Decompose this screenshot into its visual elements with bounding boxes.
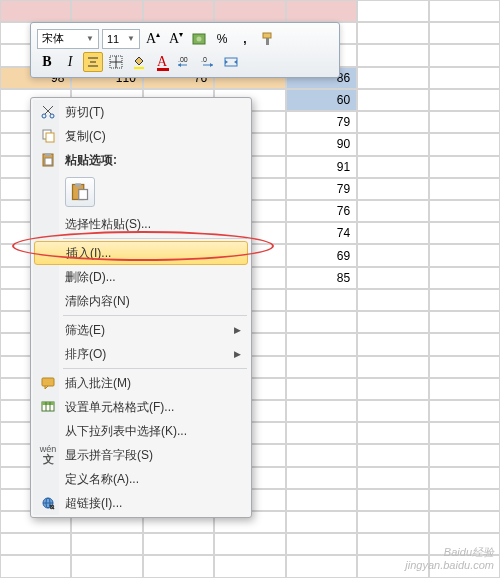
cell[interactable]: 79 <box>286 111 357 133</box>
menu-hyperlink[interactable]: 超链接(I)... <box>33 491 249 515</box>
pinyin-icon: wén文 <box>39 446 57 464</box>
svg-rect-26 <box>75 183 81 187</box>
svg-rect-30 <box>42 402 54 405</box>
comment-icon <box>39 374 57 392</box>
brush-icon <box>260 31 276 47</box>
cell[interactable]: 90 <box>286 133 357 155</box>
bucket-icon <box>131 54 147 70</box>
menu-sort[interactable]: 排序(O) ▶ <box>33 342 249 366</box>
svg-point-16 <box>42 114 46 118</box>
menu-label: 排序(O) <box>65 346 106 363</box>
italic-button[interactable]: I <box>60 52 80 72</box>
menu-delete[interactable]: 删除(D)... <box>33 265 249 289</box>
cell[interactable]: 76 <box>286 200 357 222</box>
svg-rect-10 <box>134 67 144 69</box>
menu-label: 粘贴选项: <box>65 152 117 169</box>
menu-label: 插入(I)... <box>66 245 111 262</box>
separator <box>63 238 247 239</box>
align-center-button[interactable] <box>83 52 103 72</box>
svg-point-1 <box>197 36 202 41</box>
chevron-down-icon: ▼ <box>127 34 135 43</box>
decimal-dec-icon: .00 <box>177 54 193 70</box>
menu-copy[interactable]: 复制(C) <box>33 124 249 148</box>
watermark-line2: jingyan.baidu.com <box>405 559 494 572</box>
copy-icon <box>39 127 57 145</box>
format-painter-button[interactable] <box>258 29 278 49</box>
menu-filter[interactable]: 筛选(E) ▶ <box>33 318 249 342</box>
svg-line-18 <box>45 106 53 114</box>
money-icon <box>191 31 207 47</box>
font-color-icon: A <box>157 54 167 70</box>
hyperlink-icon <box>39 494 57 512</box>
font-size-select[interactable]: 11 ▼ <box>102 29 140 49</box>
increase-decimal-button[interactable]: .0 <box>198 52 218 72</box>
separator <box>63 368 247 369</box>
comma-button[interactable]: , <box>235 29 255 49</box>
menu-clear-contents[interactable]: 清除内容(N) <box>33 289 249 313</box>
svg-point-17 <box>50 114 54 118</box>
menu-label: 设置单元格格式(F)... <box>65 399 174 416</box>
menu-label: 从下拉列表中选择(K)... <box>65 423 187 440</box>
svg-rect-28 <box>42 378 54 386</box>
shrink-font-icon: A▾ <box>169 30 183 47</box>
menu-define-name[interactable]: 定义名称(A)... <box>33 467 249 491</box>
svg-rect-24 <box>45 158 52 165</box>
decrease-decimal-button[interactable]: .00 <box>175 52 195 72</box>
menu-dropdown-list[interactable]: 从下拉列表中选择(K)... <box>33 419 249 443</box>
menu-format-cells[interactable]: 设置单元格格式(F)... <box>33 395 249 419</box>
svg-line-19 <box>43 106 51 114</box>
svg-rect-3 <box>266 38 269 45</box>
svg-rect-21 <box>46 133 54 142</box>
menu-label: 剪切(T) <box>65 104 104 121</box>
mini-toolbar: 宋体 ▼ 11 ▼ A▴ A▾ % , B I A <box>30 22 340 78</box>
submenu-arrow-icon: ▶ <box>234 349 241 359</box>
menu-cut[interactable]: 剪切(T) <box>33 100 249 124</box>
font-color-button[interactable]: A <box>152 52 172 72</box>
grow-font-button[interactable]: A▴ <box>143 29 163 49</box>
shrink-font-button[interactable]: A▾ <box>166 29 186 49</box>
font-name-value: 宋体 <box>42 31 64 46</box>
cell[interactable]: 60 <box>286 89 357 111</box>
merge-center-button[interactable] <box>221 52 241 72</box>
cell[interactable]: 74 <box>286 222 357 244</box>
cell[interactable]: 79 <box>286 178 357 200</box>
menu-insert[interactable]: 插入(I)... <box>34 241 248 265</box>
svg-rect-23 <box>45 153 51 156</box>
menu-label: 插入批注(M) <box>65 375 131 392</box>
cell[interactable]: 69 <box>286 244 357 266</box>
separator <box>63 315 247 316</box>
menu-label: 复制(C) <box>65 128 106 145</box>
scissors-icon <box>39 103 57 121</box>
menu-paste-special[interactable]: 选择性粘贴(S)... <box>33 212 249 236</box>
context-menu: 剪切(T) 复制(C) 粘贴选项: 选择性粘贴(S)... 插入(I)... 删… <box>30 97 252 518</box>
percent-icon: % <box>217 32 228 46</box>
menu-label: 筛选(E) <box>65 322 105 339</box>
borders-button[interactable] <box>106 52 126 72</box>
cell[interactable]: 85 <box>286 267 357 289</box>
menu-label: 显示拼音字段(S) <box>65 447 153 464</box>
chevron-down-icon: ▼ <box>86 34 94 43</box>
merge-icon <box>223 54 239 70</box>
menu-insert-comment[interactable]: 插入批注(M) <box>33 371 249 395</box>
submenu-arrow-icon: ▶ <box>234 325 241 335</box>
paste-options-row <box>33 172 249 212</box>
menu-label: 超链接(I)... <box>65 495 122 512</box>
grow-font-icon: A▴ <box>146 30 160 47</box>
align-center-icon <box>85 54 101 70</box>
svg-rect-2 <box>263 33 271 38</box>
watermark-line1: Baidu经验 <box>405 546 494 559</box>
accounting-format-button[interactable] <box>189 29 209 49</box>
percent-button[interactable]: % <box>212 29 232 49</box>
cell[interactable]: 91 <box>286 156 357 178</box>
menu-label: 定义名称(A)... <box>65 471 139 488</box>
menu-show-pinyin[interactable]: wén文 显示拼音字段(S) <box>33 443 249 467</box>
svg-text:.00: .00 <box>178 56 188 63</box>
borders-icon <box>108 54 124 70</box>
italic-icon: I <box>68 54 73 70</box>
menu-label: 删除(D)... <box>65 269 116 286</box>
fill-color-button[interactable] <box>129 52 149 72</box>
bold-button[interactable]: B <box>37 52 57 72</box>
clipboard-icon <box>39 151 57 169</box>
font-name-select[interactable]: 宋体 ▼ <box>37 29 99 49</box>
paste-button[interactable] <box>65 177 95 207</box>
